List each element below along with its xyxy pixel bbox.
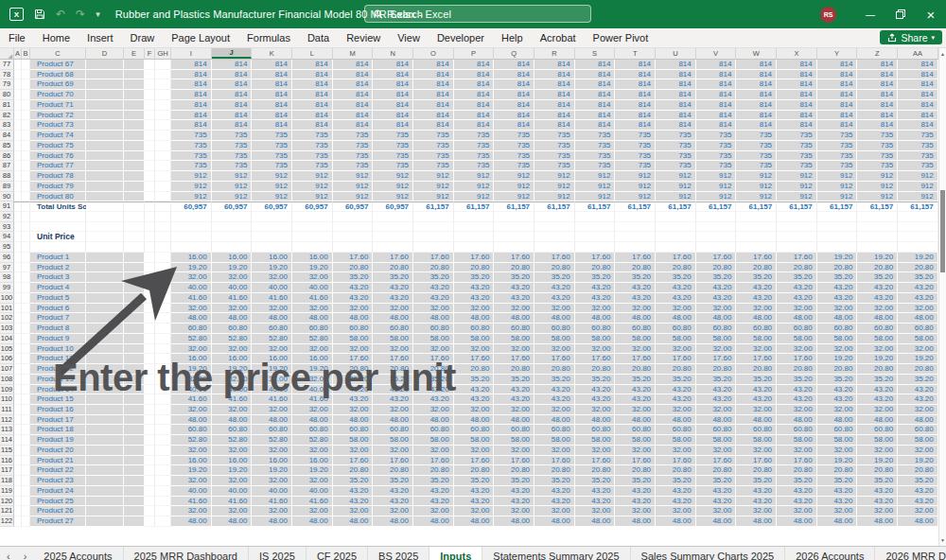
cell-value[interactable]: 912 — [615, 182, 656, 192]
cell-value[interactable]: 35.20 — [454, 272, 495, 283]
cell-value[interactable]: 17.60 — [494, 354, 534, 364]
cell-row-label[interactable]: Total Units Sold — [30, 201, 86, 212]
cell-value[interactable]: 912 — [212, 171, 253, 182]
cell-value[interactable]: 35.20 — [373, 476, 413, 486]
cell-value[interactable]: 20.80 — [534, 364, 575, 375]
cell[interactable] — [14, 324, 22, 334]
cell-value[interactable]: 48.00 — [736, 516, 777, 527]
cell[interactable] — [86, 141, 124, 151]
cell-value[interactable]: 814 — [575, 60, 616, 70]
cell-value[interactable]: 814 — [736, 79, 777, 90]
cell-value[interactable]: 48.00 — [534, 516, 575, 527]
cell-value[interactable]: 912 — [413, 192, 454, 202]
cell-value[interactable]: 32.00 — [898, 405, 938, 415]
cell[interactable] — [145, 375, 155, 385]
cell-value[interactable]: 17.60 — [736, 354, 777, 364]
cell[interactable] — [615, 212, 656, 222]
cell[interactable] — [22, 242, 30, 253]
cell-row-label[interactable]: Product 23 — [30, 476, 86, 486]
cell[interactable] — [145, 151, 155, 162]
cell-value[interactable]: 19.20 — [171, 263, 212, 273]
cell[interactable] — [145, 516, 155, 527]
cell-value[interactable]: 60.80 — [333, 324, 374, 334]
cell-value[interactable]: 735 — [333, 131, 374, 141]
cell-value[interactable]: 19.20 — [857, 354, 898, 364]
cell[interactable] — [86, 304, 124, 314]
cell-value[interactable]: 32.00 — [252, 476, 292, 486]
column-header-A[interactable]: A — [14, 48, 22, 59]
cell-value[interactable]: 60.80 — [373, 425, 413, 435]
cell-value[interactable]: 43.20 — [494, 293, 534, 304]
cell-value[interactable]: 16.00 — [212, 253, 253, 263]
cell-value[interactable]: 20.80 — [656, 364, 696, 375]
cell-value[interactable]: 43.20 — [615, 486, 656, 497]
cell[interactable] — [86, 192, 124, 202]
cell[interactable] — [14, 272, 22, 283]
cell-value[interactable]: 32.00 — [736, 405, 777, 415]
cell-value[interactable]: 61,157 — [777, 201, 817, 212]
cell-value[interactable]: 60.80 — [696, 425, 737, 435]
cell-value[interactable]: 814 — [494, 90, 534, 100]
cell-value[interactable]: 20.80 — [373, 263, 413, 273]
cell[interactable] — [124, 415, 145, 426]
cell-value[interactable]: 43.20 — [413, 486, 454, 497]
cell[interactable] — [14, 446, 22, 456]
cell-value[interactable]: 43.20 — [333, 283, 374, 293]
cell-value[interactable]: 735 — [777, 151, 817, 162]
cell-value[interactable]: 20.80 — [534, 465, 575, 476]
column-header-V[interactable]: V — [696, 48, 737, 59]
cell[interactable] — [145, 263, 155, 273]
cell-value[interactable]: 48.00 — [898, 415, 938, 426]
cell-value[interactable]: 32.00 — [857, 446, 898, 456]
cell-value[interactable]: 48.00 — [777, 415, 817, 426]
cell-value[interactable]: 43.20 — [413, 293, 454, 304]
cell-value[interactable]: 60.80 — [898, 324, 938, 334]
cell[interactable] — [22, 171, 30, 182]
cell[interactable] — [22, 283, 30, 293]
cell[interactable] — [86, 79, 124, 90]
cell-value[interactable]: 19.20 — [857, 456, 898, 466]
cell-value[interactable]: 912 — [534, 182, 575, 192]
cell-value[interactable]: 814 — [656, 111, 696, 121]
cell-value[interactable]: 48.00 — [454, 516, 495, 527]
cell-value[interactable]: 32.00 — [454, 304, 495, 314]
cell-value[interactable]: 52.80 — [212, 435, 253, 446]
cell-value[interactable]: 32.00 — [333, 304, 374, 314]
cell-value[interactable]: 58.00 — [736, 334, 777, 344]
cell-value[interactable]: 32.00 — [696, 446, 737, 456]
cell[interactable] — [145, 60, 155, 70]
cell-value[interactable]: 35.20 — [373, 272, 413, 283]
cell-value[interactable]: 20.80 — [373, 465, 413, 476]
row-number[interactable]: 87 — [0, 161, 14, 171]
cell-value[interactable]: 912 — [373, 182, 413, 192]
column-header-M[interactable]: M — [333, 48, 374, 59]
cell-value[interactable]: 814 — [454, 60, 495, 70]
cell[interactable] — [86, 364, 124, 375]
cell-value[interactable]: 60.80 — [292, 425, 333, 435]
cell-value[interactable]: 20.80 — [817, 263, 858, 273]
cell-row-label[interactable]: Product 75 — [30, 141, 86, 151]
cell-value[interactable]: 48.00 — [898, 313, 938, 324]
cell-value[interactable]: 735 — [252, 151, 292, 162]
cell[interactable] — [333, 222, 374, 233]
cell[interactable] — [86, 313, 124, 324]
cell-value[interactable]: 32.00 — [777, 446, 817, 456]
cell[interactable] — [155, 131, 171, 141]
column-header-T[interactable]: T — [615, 48, 656, 59]
cell-value[interactable]: 35.20 — [696, 272, 737, 283]
cell-value[interactable]: 58.00 — [333, 435, 374, 446]
cell-value[interactable]: 32.00 — [212, 476, 253, 486]
cell-value[interactable]: 814 — [292, 90, 333, 100]
cell-value[interactable]: 41.60 — [292, 497, 333, 507]
cell-value[interactable]: 41.60 — [252, 293, 292, 304]
cell[interactable] — [22, 506, 30, 516]
cell-value[interactable]: 814 — [857, 100, 898, 111]
cell-value[interactable]: 912 — [777, 182, 817, 192]
cell-value[interactable]: 43.20 — [777, 385, 817, 395]
cell-value[interactable]: 43.20 — [857, 293, 898, 304]
column-header-N[interactable]: N — [373, 48, 413, 59]
cell[interactable] — [124, 385, 145, 395]
cell[interactable] — [124, 263, 145, 273]
cell-value[interactable]: 41.60 — [212, 293, 253, 304]
cell[interactable] — [898, 222, 938, 233]
